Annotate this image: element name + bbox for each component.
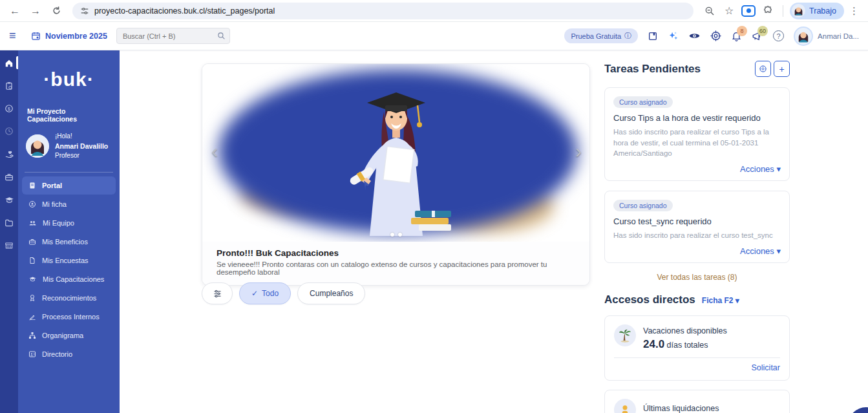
orgchart-icon xyxy=(28,332,36,339)
browser-forward-button[interactable]: → xyxy=(27,3,44,19)
ficha-selector-label: Ficha F2 xyxy=(702,296,734,305)
task-actions-dropdown[interactable]: Acciones ▾ xyxy=(613,164,781,174)
task-actions-dropdown[interactable]: Acciones ▾ xyxy=(613,246,781,256)
search-input[interactable] xyxy=(116,28,230,44)
main-content: ‹ › Pronto!!! Buk Capacitaciones Se vien… xyxy=(120,50,868,413)
module-benefits-icon[interactable] xyxy=(0,172,18,182)
carousel-illustration: ‹ › xyxy=(202,64,589,242)
sidebar-item-label: Portal xyxy=(42,182,62,189)
ficha-selector-dropdown[interactable]: Ficha F2 ▾ xyxy=(702,296,739,305)
sidebar-item-organigrama[interactable]: Organigrama xyxy=(22,326,116,344)
period-selector[interactable]: Noviembre 2025 xyxy=(31,31,107,41)
module-documents-icon[interactable] xyxy=(0,218,18,228)
help-icon[interactable]: ? xyxy=(773,30,784,41)
module-training-icon[interactable] xyxy=(0,195,18,206)
site-settings-icon[interactable] xyxy=(80,6,89,16)
sidebar-avatar xyxy=(26,134,49,158)
announcements-icon[interactable]: 60 xyxy=(752,30,763,42)
bookmark-star-icon[interactable]: ☆ xyxy=(721,3,737,19)
sidebar-item-portal[interactable]: Portal xyxy=(22,176,116,195)
save-icon[interactable] xyxy=(648,31,658,41)
sidebar: ·buk· Mi Proyecto Capacitaciones ¡Hola! … xyxy=(18,50,120,413)
media-control-icon[interactable] xyxy=(740,3,757,19)
address-bar[interactable]: proyecto-capacitaciones.buk.cl/static_pa… xyxy=(72,3,693,19)
carousel-dots[interactable] xyxy=(390,233,402,237)
filter-todo-label: Todo xyxy=(262,289,279,298)
tasks-add-button[interactable]: + xyxy=(774,61,790,77)
tasks-settings-button[interactable] xyxy=(755,61,771,77)
module-organization-icon[interactable] xyxy=(0,240,18,251)
task-badge: Curso asignado xyxy=(613,200,673,211)
gear-icon xyxy=(759,65,767,73)
buk-logo: ·buk· xyxy=(18,69,120,90)
settings-gear-icon[interactable] xyxy=(710,30,721,41)
svg-text:$: $ xyxy=(8,107,10,111)
filter-settings-button[interactable] xyxy=(202,282,233,304)
sidebar-item-mis-capacitaciones[interactable]: Mis Capacitaciones xyxy=(22,270,116,288)
chevron-down-icon: ▾ xyxy=(776,246,781,256)
sidebar-item-mi-equipo[interactable]: Mi Equipo xyxy=(22,214,116,232)
directory-icon xyxy=(28,350,36,358)
user-menu[interactable]: Anmari Da... xyxy=(794,26,859,46)
task-badge: Curso asignado xyxy=(613,96,673,108)
sidebar-user-name: Anmari Davalillo xyxy=(55,142,108,151)
ai-sparkles-icon[interactable] xyxy=(668,30,679,41)
eye-icon[interactable] xyxy=(688,30,701,42)
payslips-card: Últimas liquidaciones Noviembre 2025 Oct… xyxy=(604,390,790,413)
sidebar-toggle-button[interactable]: ≡ xyxy=(9,29,22,43)
sidebar-item-procesos-internos[interactable]: Procesos Internos xyxy=(22,308,116,326)
sidebar-item-label: Procesos Internos xyxy=(42,313,100,321)
trial-badge[interactable]: Prueba Gratuita ⓘ xyxy=(564,28,638,43)
task-actions-label: Acciones xyxy=(740,246,774,256)
request-vacation-link[interactable]: Solicitar xyxy=(614,363,780,374)
notifications-bell-icon[interactable]: 8 xyxy=(731,30,742,41)
carousel-subtitle: Se vieneee!!! Pronto contaras con un cat… xyxy=(217,260,575,276)
browser-menu-button[interactable]: ⋮ xyxy=(847,5,862,17)
module-wellness-icon[interactable] xyxy=(0,149,18,160)
reload-icon xyxy=(52,6,61,16)
recognition-icon xyxy=(28,294,36,302)
divider xyxy=(25,172,113,173)
browser-reload-button[interactable] xyxy=(48,3,65,19)
module-home-icon[interactable] xyxy=(0,58,18,69)
feed-filters: ✓ Todo Cumpleaños xyxy=(202,282,365,304)
user-avatar xyxy=(794,26,813,46)
vacations-title: Vacaciones disponibles xyxy=(643,326,727,335)
sidebar-item-directorio[interactable]: Directorio xyxy=(22,345,116,363)
search-icon[interactable] xyxy=(217,31,226,43)
browser-back-button[interactable]: ← xyxy=(6,3,23,19)
sidebar-profile[interactable]: ¡Hola! Anmari Davalillo Profesor xyxy=(18,132,120,160)
portal-icon xyxy=(28,182,36,189)
sidebar-item-label: Directorio xyxy=(42,350,72,358)
sidebar-item-mis-encuestas[interactable]: Mis Encuestas xyxy=(22,251,116,270)
sidebar-item-label: Reconocimientos xyxy=(42,294,96,302)
browser-profile-chip[interactable]: Trabajo xyxy=(790,3,844,19)
sidebar-item-label: Organigrama xyxy=(42,332,83,339)
task-title: Curso Tips a la hora de vestir requerido xyxy=(613,113,781,123)
team-icon xyxy=(28,219,37,227)
person-coin-icon xyxy=(614,399,636,413)
sidebar-item-mi-ficha[interactable]: Mi ficha xyxy=(22,195,116,213)
zoom-out-icon[interactable] xyxy=(701,3,718,19)
profile-icon xyxy=(28,200,36,208)
filter-cumpleanos-button[interactable]: Cumpleaños xyxy=(297,282,365,304)
module-time-icon[interactable] xyxy=(0,126,18,136)
divider xyxy=(614,357,780,358)
tune-icon xyxy=(213,289,222,299)
vacations-days-suffix: días totales xyxy=(667,341,708,350)
global-search[interactable] xyxy=(116,28,230,44)
view-all-tasks-link[interactable]: Ver todas las tareas (8) xyxy=(604,273,790,282)
divider xyxy=(783,5,783,17)
sidebar-item-mis-beneficios[interactable]: Mis Beneficios xyxy=(22,233,116,251)
sidebar-item-label: Mis Encuestas xyxy=(42,257,89,264)
carousel-next-button[interactable]: › xyxy=(575,142,582,161)
filter-todo-button[interactable]: ✓ Todo xyxy=(239,282,291,304)
carousel-prev-button[interactable]: ‹ xyxy=(211,142,218,161)
sidebar-item-reconocimientos[interactable]: Reconocimientos xyxy=(22,289,116,307)
trial-badge-label: Prueba Gratuita xyxy=(571,32,621,40)
module-tasks-icon[interactable] xyxy=(0,81,18,91)
module-payroll-icon[interactable]: $ xyxy=(0,103,18,114)
extensions-icon[interactable] xyxy=(759,3,776,19)
vacations-days-value: 24.0 xyxy=(643,338,664,350)
app-header: ≡ Noviembre 2025 Prueba Gratuita ⓘ 8 xyxy=(0,22,868,50)
